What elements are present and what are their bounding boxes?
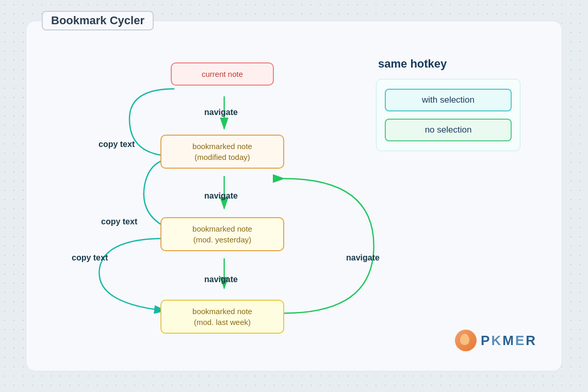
- card-title: Bookmark Cycler: [42, 11, 154, 30]
- main-card: Bookmark Cycler: [26, 21, 562, 371]
- node-current-label: current note: [202, 70, 243, 78]
- node-bm2-line2: (mod. yesterday): [193, 235, 252, 244]
- hotkey-panel: same hotkey with selection no selection: [376, 57, 520, 151]
- node-bm3-line1: bookmarked note: [192, 307, 252, 316]
- node-bm2: bookmarked note (mod. yesterday): [160, 217, 284, 251]
- node-current: current note: [171, 62, 274, 86]
- node-bm1: bookmarked note (modified today): [160, 135, 284, 169]
- label-copytext1: copy text: [99, 140, 135, 149]
- pkmer-text: PKMER: [481, 333, 537, 349]
- diagram-area: current note bookmarked note (modified t…: [37, 31, 551, 361]
- hotkey-with-selection: with selection: [385, 89, 512, 111]
- node-bm1-line1: bookmarked note: [192, 142, 252, 151]
- node-bm2-line1: bookmarked note: [192, 224, 252, 233]
- pkmer-icon: [455, 330, 477, 351]
- node-bm3-line2: (mod. last week): [194, 318, 251, 326]
- label-navigate4: navigate: [346, 253, 380, 263]
- hotkey-title: same hotkey: [376, 57, 520, 71]
- pkmer-logo: PKMER: [455, 330, 537, 351]
- label-navigate3: navigate: [204, 275, 238, 284]
- hotkey-box: with selection no selection: [376, 79, 520, 151]
- label-copytext2: copy text: [101, 217, 137, 226]
- label-copytext3: copy text: [72, 253, 108, 263]
- node-bm3: bookmarked note (mod. last week): [160, 300, 284, 334]
- node-bm1-line2: (modified today): [194, 153, 250, 161]
- label-navigate2: navigate: [204, 191, 238, 201]
- label-navigate1: navigate: [204, 108, 238, 117]
- hotkey-no-selection: no selection: [385, 119, 512, 141]
